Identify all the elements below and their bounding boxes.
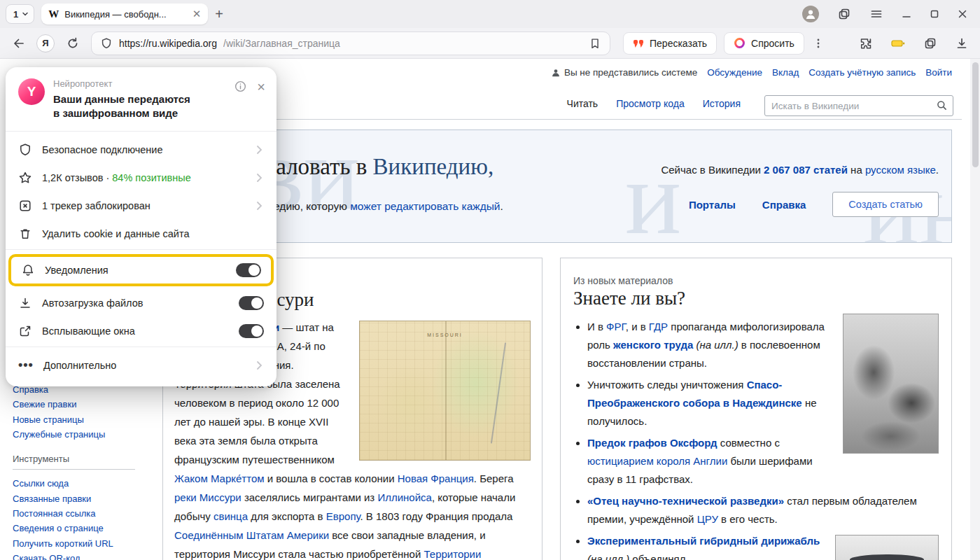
- notifications-toggle[interactable]: [236, 263, 261, 277]
- sidebar-tools-header: Инструменты: [13, 451, 135, 470]
- login-link[interactable]: Войти: [925, 67, 952, 78]
- scrollbar-thumb[interactable]: [972, 62, 979, 167]
- info-icon[interactable]: [234, 80, 247, 93]
- create-account-link[interactable]: Создать учётную запись: [808, 67, 916, 78]
- yandex-home-button[interactable]: Я: [36, 34, 55, 52]
- wikipedia-title-link[interactable]: Википедию,: [373, 154, 494, 179]
- edit-anyone-link[interactable]: может редактировать каждый: [350, 200, 500, 212]
- protect-popup: Y Нейропротект Ваши данные передаютсяв з…: [6, 67, 276, 386]
- battery-saver-icon[interactable]: [890, 36, 906, 50]
- tab-view-source[interactable]: Просмотр кода: [616, 98, 685, 113]
- airship-photo-image[interactable]: [835, 535, 939, 560]
- sidebar-item-special-pages[interactable]: Служебные страницы: [13, 427, 139, 442]
- autodownload-row[interactable]: Автозагрузка файлов: [6, 289, 276, 317]
- notifications-row[interactable]: Уведомления: [11, 257, 271, 284]
- chevron-right-icon: [254, 172, 264, 184]
- chevron-right-icon: [254, 200, 264, 212]
- article-link[interactable]: Европу: [326, 510, 360, 522]
- article-stats: Сейчас в Википедии 2 067 087 статей на р…: [661, 164, 939, 176]
- article-link[interactable]: Экспериментальный гибридный дирижабль: [587, 535, 820, 547]
- profile-avatar[interactable]: [802, 6, 819, 22]
- article-link[interactable]: ГДР: [649, 321, 668, 332]
- sidebar-item-qr-code[interactable]: Скачать QR-код: [13, 551, 139, 560]
- address-bar[interactable]: https://ru.wikipedia.org/wiki/Заглавная_…: [91, 31, 610, 55]
- window-maximize-button[interactable]: [930, 9, 939, 19]
- article-link[interactable]: свинца: [214, 510, 248, 522]
- tab-close-icon[interactable]: ✕: [192, 8, 202, 20]
- article-link[interactable]: женского труда: [613, 339, 693, 351]
- tab-counter-button[interactable]: 1: [6, 4, 34, 24]
- help-link[interactable]: Справка: [762, 199, 806, 211]
- portals-link[interactable]: Порталы: [689, 199, 736, 211]
- search-icon[interactable]: [936, 99, 948, 114]
- russian-language-link[interactable]: русском языке: [865, 164, 936, 176]
- article-link[interactable]: Предок графов Оксфорд: [587, 437, 718, 449]
- notifications-row-highlight: Уведомления: [8, 254, 274, 286]
- article-link[interactable]: реки Миссури: [174, 491, 241, 503]
- article-link[interactable]: Иллинойса: [377, 491, 432, 503]
- did-you-know-panel: Из новых материалов Знаете ли вы? И в ФР…: [560, 258, 952, 560]
- missouri-map-image[interactable]: MISSOURI: [359, 321, 531, 461]
- toolbar-more-icon[interactable]: [813, 38, 824, 49]
- back-button[interactable]: [11, 36, 25, 50]
- close-icon[interactable]: ×: [257, 80, 265, 94]
- more-settings-row[interactable]: ••• Дополнительно: [6, 351, 276, 379]
- shield-icon: [18, 143, 32, 157]
- dyk-item: Экспериментальный гибридный дирижабль (н…: [587, 532, 939, 560]
- page-scrollbar[interactable]: [970, 59, 980, 560]
- article-link[interactable]: ФРГ: [606, 321, 626, 332]
- window-close-button[interactable]: [958, 9, 967, 19]
- window-minimize-button[interactable]: [902, 9, 911, 19]
- chevron-down-icon[interactable]: [21, 10, 29, 18]
- popup-divider: [6, 131, 276, 132]
- banner-actions: Порталы Справка Создать статью: [689, 192, 939, 217]
- article-link[interactable]: Новая Франция: [398, 472, 474, 484]
- popup-windows-toggle[interactable]: [239, 324, 264, 338]
- article-count-link[interactable]: 2 067 087 статей: [764, 164, 848, 176]
- downloads-icon[interactable]: [955, 36, 969, 50]
- protect-brand-label: Нейропротект: [53, 78, 225, 89]
- tracker-blocked-row[interactable]: 1 трекер заблокирован: [6, 192, 276, 220]
- popup-divider: [6, 346, 276, 347]
- talk-link[interactable]: Обсуждение: [707, 67, 762, 78]
- article-link[interactable]: Соединённым Штатам Америки: [174, 529, 329, 541]
- ask-button[interactable]: Спросить: [724, 32, 804, 55]
- extensions-puzzle-icon[interactable]: [859, 36, 873, 50]
- article-link[interactable]: Жаком Марке́ттом: [174, 472, 265, 484]
- browser-tab[interactable]: W Википедия — свободн... ✕: [41, 4, 208, 24]
- secure-connection-row[interactable]: Безопасное подключение: [6, 136, 276, 164]
- sidebar-item-related-changes[interactable]: Связанные правки: [13, 491, 139, 506]
- sidebar-item-short-url[interactable]: Получить короткий URL: [13, 536, 139, 551]
- sidebar-item-permanent-link[interactable]: Постоянная ссылка: [13, 506, 139, 521]
- sidebar-item-page-info[interactable]: Сведения о странице: [13, 521, 139, 536]
- tab-read[interactable]: Читать: [567, 98, 598, 113]
- create-article-button[interactable]: Создать статью: [832, 192, 939, 217]
- refresh-button[interactable]: [66, 36, 80, 50]
- shared-tabs-icon[interactable]: [837, 7, 851, 21]
- postwar-photo-image[interactable]: [843, 314, 939, 454]
- reviews-row[interactable]: 1,2К отзывов · 84% позитивные: [6, 164, 276, 192]
- popup-windows-row[interactable]: Всплывающие окна: [6, 317, 276, 345]
- yandex-protect-logo: Y: [18, 78, 45, 105]
- anon-user-label: Вы не представились системе: [551, 67, 697, 78]
- retell-button[interactable]: Пересказать: [623, 32, 717, 55]
- watermark-letters: и: [625, 137, 681, 243]
- bookmark-flag-icon[interactable]: [589, 37, 601, 50]
- article-link[interactable]: «Отец научно-технической разведки»: [587, 495, 784, 507]
- article-link[interactable]: юстициарием короля Англии: [587, 455, 727, 467]
- sidebar-item-new-pages[interactable]: Новые страницы: [13, 412, 139, 427]
- tab-history[interactable]: История: [703, 98, 741, 113]
- article-link[interactable]: ЦРУ: [697, 513, 718, 525]
- more-dots-icon: •••: [18, 358, 34, 372]
- sidebar-item-what-links-here[interactable]: Ссылки сюда: [13, 476, 139, 491]
- ask-label: Спросить: [751, 38, 794, 49]
- sidebar-item-recent-changes[interactable]: Свежие правки: [13, 397, 139, 412]
- new-tab-button[interactable]: +: [215, 7, 223, 21]
- wiki-search-input[interactable]: [764, 95, 953, 116]
- autodownload-toggle[interactable]: [239, 296, 264, 310]
- delete-cookies-row[interactable]: Удалить cookie и данные сайта: [6, 220, 276, 248]
- menu-hamburger-icon[interactable]: [869, 7, 883, 21]
- protect-shield-icon[interactable]: [100, 37, 113, 50]
- tabs-panel-icon[interactable]: [923, 36, 937, 50]
- contributions-link[interactable]: Вклад: [772, 67, 799, 78]
